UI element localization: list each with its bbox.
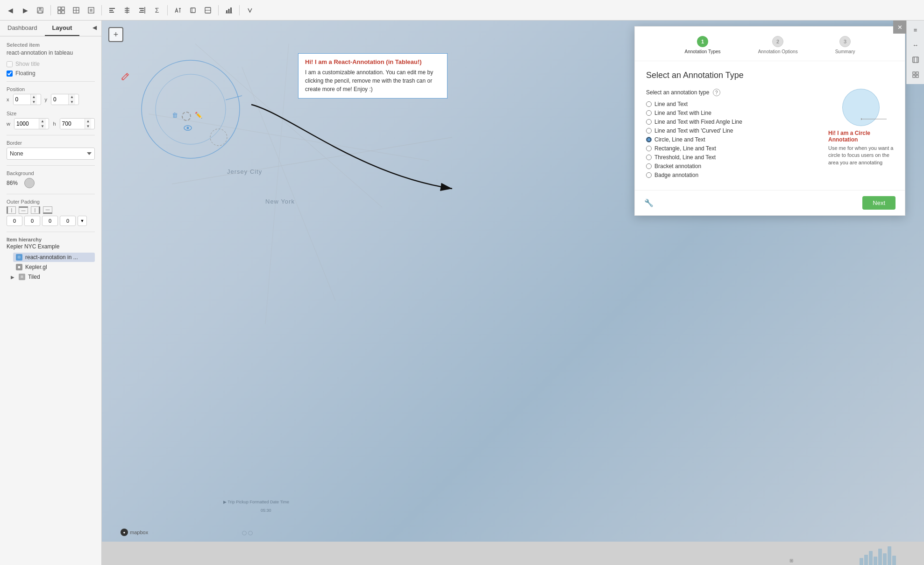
step-1-circle: 1 — [697, 36, 708, 47]
dashed-circle-handle — [182, 112, 191, 121]
tab-dashboard[interactable]: Dashboard — [0, 21, 45, 36]
step-2-circle: 2 — [772, 36, 783, 47]
padding-right-input[interactable] — [24, 216, 40, 226]
toolbar-down[interactable] — [243, 4, 256, 17]
divider-4 — [7, 194, 95, 194]
padding-icon-bottom[interactable]: — — [43, 206, 52, 214]
bar-5 — [878, 549, 882, 565]
option-rectangle[interactable]: Rectangle, Line and Text — [646, 145, 819, 152]
svg-rect-27 — [226, 10, 227, 13]
right-ctrl-menu[interactable]: ≡ — [909, 23, 922, 36]
help-icon[interactable]: ? — [713, 89, 720, 96]
y-down[interactable]: ▼ — [69, 99, 75, 105]
hierarchy-item-kepler[interactable]: ◼ Kepler.gl — [13, 262, 95, 272]
wizard-step-1: 1 Annotation Types — [685, 36, 721, 54]
y-input[interactable] — [51, 94, 68, 105]
h-arrows: ▲ ▼ — [85, 119, 92, 129]
toolbar-btn-1[interactable] — [55, 4, 68, 17]
forward-button[interactable]: ▶ — [19, 4, 32, 17]
tiled-expand-icon[interactable]: ▶ — [9, 274, 16, 280]
floating-row: Floating — [7, 70, 95, 77]
option-line-text[interactable]: Line and Text — [646, 101, 819, 107]
w-up[interactable]: ▲ — [39, 119, 46, 124]
padding-icons-row: | — | — — [7, 206, 95, 214]
padding-left-input[interactable] — [60, 216, 76, 226]
x-input[interactable] — [14, 94, 30, 105]
padding-icon-right[interactable]: | — [31, 206, 40, 214]
x-down[interactable]: ▼ — [31, 99, 37, 105]
right-ctrl-format[interactable] — [909, 53, 922, 66]
y-up[interactable]: ▲ — [69, 94, 75, 99]
tab-layout[interactable]: Layout — [45, 21, 80, 36]
toolbar-format-1[interactable] — [171, 4, 185, 17]
svg-rect-2 — [38, 11, 42, 13]
w-input[interactable] — [14, 119, 39, 129]
w-input-wrapper: ▲ ▼ — [14, 118, 49, 129]
w-down[interactable]: ▼ — [39, 124, 46, 129]
svg-point-47 — [861, 118, 862, 120]
svg-rect-20 — [139, 8, 144, 9]
option-line-text-line[interactable]: Line and Text with Line — [646, 110, 819, 116]
circle-preview-area: Hi! I am a Circle Annotation Use me for … — [828, 89, 894, 181]
pencil-edit-button[interactable] — [121, 72, 130, 84]
toolbar-chart[interactable] — [222, 4, 235, 17]
next-button[interactable]: Next — [862, 196, 896, 210]
left-panel: Dashboard Layout ◀ Selected item react-a… — [0, 21, 102, 565]
right-ctrl-swap[interactable]: ↔ — [909, 38, 922, 51]
back-button[interactable]: ◀ — [4, 4, 17, 17]
option-badge[interactable]: Badge annotation — [646, 172, 819, 178]
bar-6 — [883, 553, 887, 565]
toolbar-format-2[interactable] — [186, 4, 199, 17]
option-threshold[interactable]: Threshold, Line and Text — [646, 154, 819, 161]
add-item-button[interactable]: + — [108, 27, 123, 42]
floating-checkbox[interactable] — [7, 71, 13, 77]
item-hierarchy: Item hierarchy Kepler NYC Example ⊡ reac… — [7, 237, 95, 282]
option-fixed-angle[interactable]: Line and Text with Fixed Angle Line — [646, 119, 819, 125]
right-ctrl-grid[interactable] — [909, 68, 922, 81]
trash-button[interactable]: 🗑 — [172, 112, 178, 121]
toolbar-format-3[interactable] — [201, 4, 214, 17]
toolbar-sum[interactable]: Σ — [150, 4, 163, 17]
bg-color-picker[interactable] — [24, 178, 35, 188]
sep5 — [239, 5, 240, 15]
option-curved-line[interactable]: Line and Text with 'Curved' Line — [646, 127, 819, 134]
divider-3 — [7, 165, 95, 166]
x-up[interactable]: ▲ — [31, 94, 37, 99]
padding-dropdown[interactable]: ▼ — [78, 216, 87, 226]
border-select[interactable]: None — [7, 148, 95, 160]
show-title-checkbox[interactable] — [7, 61, 13, 67]
save-button[interactable] — [34, 4, 47, 17]
padding-values-row: ▼ — [7, 216, 95, 226]
position-group: Position x ▲ ▼ y ▲ — [7, 86, 95, 105]
eye-button[interactable] — [184, 125, 192, 132]
panel-collapse-button[interactable]: ◀ — [88, 21, 101, 36]
wizard-title: Select an Annotation Type — [646, 71, 894, 80]
toolbar-align-3[interactable] — [135, 4, 149, 17]
option-bracket[interactable]: Bracket annotation — [646, 163, 819, 170]
svg-point-41 — [210, 129, 227, 146]
option-circle-line-text[interactable]: Circle, Line and Text — [646, 136, 819, 143]
toolbar-btn-3[interactable] — [85, 4, 98, 17]
kepler-label: Kepler.gl — [25, 264, 47, 270]
panel-content: Selected item react-annotation in tablea… — [0, 36, 101, 565]
svg-rect-28 — [228, 9, 230, 13]
hierarchy-item-annotation[interactable]: ⊡ react-annotation in ... — [13, 253, 95, 262]
padding-icon-left[interactable]: | — [7, 206, 16, 214]
h-label: h — [53, 121, 56, 127]
h-down[interactable]: ▼ — [85, 124, 92, 129]
hierarchy-item-tiled[interactable]: ▶ ⊞ Tiled — [7, 272, 95, 282]
svg-line-42 — [226, 86, 242, 100]
padding-top-input[interactable] — [7, 216, 22, 226]
padding-icon-top[interactable]: — — [19, 206, 28, 214]
sep1 — [50, 5, 51, 15]
close-button[interactable]: ✕ — [893, 21, 906, 34]
circle-pencil-button[interactable]: ✏️ — [195, 112, 202, 121]
toolbar-btn-2[interactable] — [70, 4, 83, 17]
main-container: Dashboard Layout ◀ Selected item react-a… — [0, 21, 924, 565]
h-up[interactable]: ▲ — [85, 119, 92, 124]
padding-bottom-input[interactable] — [42, 216, 58, 226]
h-input[interactable] — [60, 119, 85, 129]
toolbar-align-1[interactable] — [106, 4, 119, 17]
toolbar-align-2[interactable] — [121, 4, 134, 17]
wizard-settings-icon[interactable]: 🔧 — [644, 199, 654, 207]
